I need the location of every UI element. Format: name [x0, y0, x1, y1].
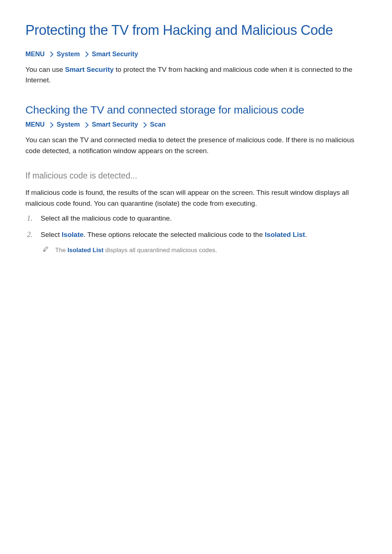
text: displays all quarantined malicious codes…: [103, 247, 217, 254]
breadcrumb-smart-security: MENU System Smart Security: [25, 49, 367, 59]
text: The: [55, 247, 68, 254]
keyword-isolated-list: Isolated List: [265, 231, 305, 238]
document-page: Protecting the TV from Hacking and Malic…: [0, 0, 392, 286]
breadcrumb-scan: MENU System Smart Security Scan: [25, 120, 367, 130]
keyword-smart-security: Smart Security: [65, 66, 114, 73]
note-block: The Isolated List displays all quarantin…: [43, 245, 367, 255]
subheading-detected: If malicious code is detected...: [25, 171, 367, 181]
scan-paragraph: You can scan the TV and connected media …: [25, 135, 367, 156]
chevron-right-icon: [48, 122, 54, 128]
chevron-right-icon: [141, 122, 147, 128]
pencil-icon: [43, 246, 49, 252]
breadcrumb-item: Smart Security: [92, 50, 138, 58]
chevron-right-icon: [83, 122, 89, 128]
text: Select: [41, 231, 62, 238]
step-item: Select all the malicious code to quarant…: [38, 213, 367, 223]
page-title: Protecting the TV from Hacking and Malic…: [25, 22, 367, 39]
breadcrumb-item: System: [57, 121, 80, 128]
intro-paragraph: You can use Smart Security to protect th…: [25, 64, 367, 86]
chevron-right-icon: [83, 51, 89, 57]
text: You can use: [25, 66, 65, 73]
steps-list: Select all the malicious code to quarant…: [25, 213, 367, 255]
detected-paragraph: If malicious code is found, the results …: [25, 187, 367, 209]
text: . These options relocate the selected ma…: [83, 231, 265, 238]
keyword-isolate: Isolate: [62, 231, 83, 238]
breadcrumb-item: Scan: [150, 121, 166, 128]
chevron-right-icon: [48, 51, 54, 57]
breadcrumb-item: Smart Security: [92, 121, 138, 128]
step-text: Select all the malicious code to quarant…: [41, 214, 172, 222]
step-item: Select Isolate. These options relocate t…: [38, 229, 367, 255]
note-text: The Isolated List displays all quarantin…: [55, 245, 217, 255]
breadcrumb-item: MENU: [25, 121, 45, 128]
text: .: [305, 231, 307, 238]
breadcrumb-item: System: [57, 50, 80, 58]
breadcrumb-item: MENU: [25, 50, 45, 58]
section-heading-checking: Checking the TV and connected storage fo…: [25, 103, 367, 117]
keyword-isolated-list: Isolated List: [68, 247, 103, 254]
